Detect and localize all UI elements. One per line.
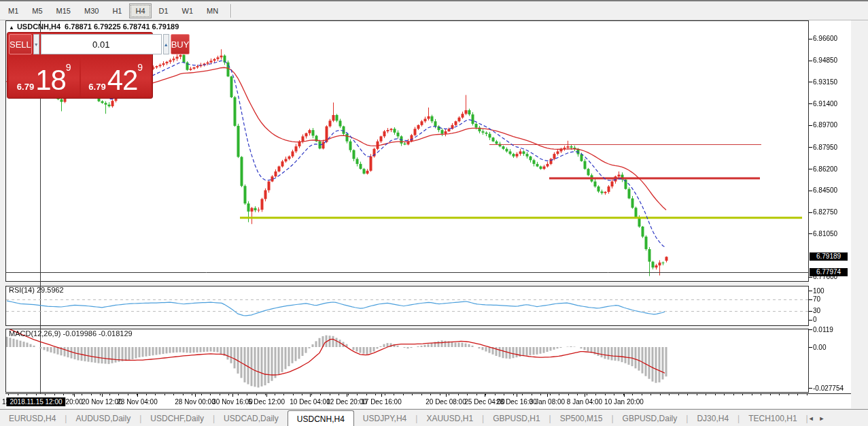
price-axis-label: 6.91400 bbox=[813, 100, 837, 108]
buy-price-major: 6.79 bbox=[88, 80, 105, 94]
rsi-indicator-label: RSI(14) 29.5962 bbox=[9, 286, 64, 294]
tab-tech100-h1[interactable]: TECH100,H1 bbox=[740, 410, 805, 426]
price-axis-label: 6.87950 bbox=[813, 144, 837, 151]
macd-indicator-label: MACD(12,26,9) -0.019986 -0.018129 bbox=[9, 329, 133, 338]
trade-panel-price-row: 6.79 18 9 6.79 42 9 bbox=[9, 56, 151, 97]
macd-values: -0.019986 -0.018129 bbox=[63, 329, 132, 338]
macd-axis-label: -0.027754 bbox=[813, 384, 844, 392]
time-axis-label: 20 Dec 08:00 bbox=[426, 398, 466, 406]
rsi-axis-label: 70 bbox=[813, 295, 820, 303]
sell-price-pips: 18 bbox=[35, 67, 66, 94]
volume-increase-button[interactable]: ▲ bbox=[163, 34, 169, 54]
price-axis-label: 6.86200 bbox=[813, 165, 837, 173]
timeframe-button-m1[interactable]: M1 bbox=[2, 3, 24, 18]
time-axis-label: 10 Jan 20:00 bbox=[604, 398, 644, 406]
time-axis-label: 17 Dec 16:00 bbox=[361, 398, 402, 406]
tab-dj30-h4[interactable]: DJ30,H4 bbox=[688, 410, 737, 426]
tabs-host: EURUSD,H4|AUDUSD,Daily|USDCHF,Daily|USDC… bbox=[0, 410, 808, 426]
buy-price-pips: 42 bbox=[107, 67, 138, 94]
collapse-triangle-icon[interactable]: ▲ bbox=[9, 24, 14, 31]
tab-gbpusd-h1[interactable]: GBPUSD,H1 bbox=[484, 410, 549, 426]
tab-usdchf-daily[interactable]: USDCHF,Daily bbox=[141, 410, 213, 426]
tab-eurusd-h4[interactable]: EURUSD,H4 bbox=[0, 410, 65, 426]
time-axis-label: 23 Nov 04:00 bbox=[117, 398, 158, 406]
toolbar-separator bbox=[230, 4, 232, 18]
chart-tab-bar: EURUSD,H4|AUDUSD,Daily|USDCHF,Daily|USDC… bbox=[0, 409, 868, 426]
trading-terminal-window: M1M5M15M30H1H4D1W1MN ▲USDCNH,H46.78871 6… bbox=[0, 0, 868, 426]
tab-usdjpy-h4[interactable]: USDJPY,H4 bbox=[354, 410, 415, 426]
time-axis-label: 30 Nov 16:00 bbox=[212, 398, 253, 406]
buy-price-area[interactable]: 6.79 42 9 bbox=[81, 56, 152, 97]
time-axis-label: 20 Nov 12:00 bbox=[82, 398, 122, 406]
tab-scroll-right-icon[interactable]: ► bbox=[819, 415, 825, 422]
rsi-axis-label: 100 bbox=[813, 287, 824, 295]
tab-usdcad-daily[interactable]: USDCAD,Daily bbox=[215, 410, 288, 426]
price-axis-label: 6.89700 bbox=[813, 121, 837, 129]
chart-ohlc-values: 6.78871 6.79225 6.78741 6.79189 bbox=[65, 22, 179, 31]
tab-scroll-left-icon[interactable]: ◄ bbox=[808, 415, 814, 422]
macd-axis-label: 0.0119 bbox=[813, 326, 833, 333]
sell-price-fraction: 9 bbox=[66, 63, 71, 72]
tab-audusd-daily[interactable]: AUDUSD,Daily bbox=[67, 410, 139, 426]
one-click-trade-panel: SELL ▼ ▲ BUY 6.79 18 9 6.79 42 9 bbox=[7, 32, 153, 99]
rsi-axis-label: 0 bbox=[813, 316, 817, 323]
volume-decrease-button[interactable]: ▼ bbox=[33, 34, 39, 54]
timeframe-button-m15[interactable]: M15 bbox=[50, 3, 77, 18]
macd-axis-label: 0.00 bbox=[813, 344, 826, 351]
time-axis-label: 10 Dec 04:00 bbox=[290, 398, 330, 406]
rsi-name: RSI(14) bbox=[9, 286, 35, 294]
tab-scroll-arrows: ◄ ► bbox=[808, 410, 868, 426]
rsi-value: 29.5962 bbox=[37, 286, 64, 294]
timeframe-button-h4[interactable]: H4 bbox=[129, 3, 151, 18]
timeframe-button-d1[interactable]: D1 bbox=[153, 3, 175, 18]
timeframe-button-m30[interactable]: M30 bbox=[78, 3, 105, 18]
chart-title: ▲USDCNH,H46.78871 6.79225 6.78741 6.7918… bbox=[9, 22, 179, 31]
price-axis-label: 6.94850 bbox=[813, 56, 837, 64]
price-axis-label: 6.82750 bbox=[813, 208, 837, 216]
time-axis-label: 3 Jan 08:00 bbox=[530, 398, 565, 406]
time-axis-label: 5 Dec 12:00 bbox=[248, 398, 285, 406]
time-axis-label: 20:00 bbox=[65, 398, 82, 406]
timeframe-buttons: M1M5M15M30H1H4D1W1MN bbox=[0, 3, 225, 18]
price-axis-label: 6.96600 bbox=[813, 35, 837, 42]
sell-button[interactable]: SELL bbox=[9, 34, 32, 54]
rsi-axis-label: 30 bbox=[813, 307, 820, 314]
time-axis-label: 8 Jan 04:00 bbox=[567, 398, 602, 406]
sell-price-area[interactable]: 6.79 18 9 bbox=[9, 56, 80, 97]
buy-button[interactable]: BUY bbox=[171, 34, 190, 54]
crosshair-price-badge: 6.77974 bbox=[810, 268, 848, 276]
timeframe-button-w1[interactable]: W1 bbox=[176, 3, 200, 18]
price-axis-label: 6.81050 bbox=[813, 230, 837, 237]
trade-panel-top-row: SELL ▼ ▲ BUY bbox=[9, 34, 151, 54]
timeframe-button-mn[interactable]: MN bbox=[201, 3, 224, 18]
sell-price-major: 6.79 bbox=[17, 80, 34, 94]
timeframe-button-m5[interactable]: M5 bbox=[26, 3, 48, 18]
current-price-badge: 6.79189 bbox=[810, 252, 848, 261]
macd-name: MACD(12,26,9) bbox=[9, 329, 60, 338]
buy-price-fraction: 9 bbox=[137, 63, 143, 72]
tab-sp500-m15[interactable]: SP500,M15 bbox=[551, 410, 612, 426]
tab-gbpusd-daily[interactable]: GBPUSD,Daily bbox=[614, 410, 687, 426]
timeframe-button-h1[interactable]: H1 bbox=[106, 3, 128, 18]
time-axis-label: 28 Nov 00:00 bbox=[175, 398, 215, 406]
price-axis-label: 6.84500 bbox=[813, 186, 837, 194]
timeframe-toolbar: M1M5M15M30H1H4D1W1MN bbox=[0, 1, 868, 20]
tab-usdcnh-h4[interactable]: USDCNH,H4 bbox=[288, 410, 354, 426]
crosshair-time-badge: 2018.11.15 12:00 bbox=[6, 397, 65, 406]
price-axis-label: 6.93150 bbox=[813, 78, 837, 86]
chart-symbol-period: USDCNH,H4 bbox=[17, 22, 60, 31]
volume-input[interactable] bbox=[41, 34, 162, 54]
tab-xauusd-h1[interactable]: XAUUSD,H1 bbox=[417, 410, 482, 426]
